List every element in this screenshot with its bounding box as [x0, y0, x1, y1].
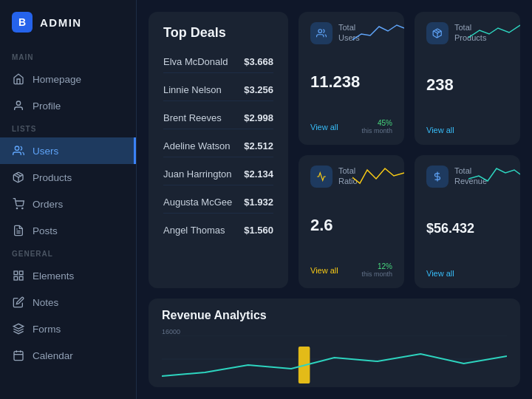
user-icon — [12, 99, 25, 112]
logo-icon: B — [12, 12, 33, 33]
chart-area: 16000 — [162, 328, 507, 380]
revenue-title: Revenue Analytics — [162, 309, 507, 322]
sidebar-item-profile[interactable]: Profile — [0, 92, 136, 119]
stat-card-revenue: TotalRevenue $56.432 View all — [415, 155, 520, 288]
stat-header-ratio: TotalRatio — [310, 166, 392, 188]
deal-name-0: Elva McDonald — [163, 56, 228, 67]
svg-point-4 — [16, 208, 17, 208]
deal-value-0: $3.668 — [244, 56, 273, 67]
deal-row-0: Elva McDonald $3.668 — [163, 51, 273, 73]
top-deals-card: Top Deals Elva McDonald $3.668 Linnie Ne… — [149, 12, 288, 288]
sidebar-item-users[interactable]: Users — [0, 137, 136, 164]
deal-row-3: Adeline Watson $2.512 — [163, 135, 273, 157]
svg-rect-11 — [14, 276, 18, 280]
deal-name-6: Angel Thomas — [163, 225, 225, 236]
svg-marker-12 — [13, 324, 23, 329]
svg-rect-13 — [14, 352, 23, 361]
sidebar-item-label: Profile — [33, 100, 61, 112]
users-stat-icon — [310, 22, 332, 44]
revenue-analytics-card: Revenue Analytics 16000 — [149, 299, 520, 387]
svg-line-2 — [16, 174, 21, 176]
top-content-row: Top Deals Elva McDonald $3.668 Linnie Ne… — [149, 12, 520, 288]
section-label-main: MAIN — [0, 47, 136, 66]
svg-rect-9 — [19, 271, 23, 275]
change-label-users: this month — [361, 127, 392, 134]
stat-value-revenue: $56.432 — [426, 221, 508, 236]
section-label-lists: LISTS — [0, 119, 136, 137]
sparkline-ratio — [352, 163, 404, 188]
cart-icon — [12, 197, 25, 211]
deal-name-4: Juan Harrington — [163, 168, 232, 180]
revenue-chart — [162, 335, 507, 383]
view-all-revenue[interactable]: View all — [426, 269, 454, 278]
deal-name-1: Linnie Nelson — [163, 84, 222, 95]
svg-point-0 — [16, 101, 20, 105]
products-stat-icon — [426, 22, 449, 44]
deal-value-1: $3.256 — [244, 84, 273, 95]
calendar-icon — [12, 349, 25, 362]
stat-value-products: 238 — [426, 75, 508, 95]
sidebar-item-calendar[interactable]: Calendar — [0, 342, 136, 369]
svg-line-18 — [435, 30, 439, 32]
stats-row-1: TotalUsers 11.238 View all 45% this mont… — [299, 12, 520, 145]
sidebar-item-forms[interactable]: Forms — [0, 316, 136, 342]
change-pct-ratio: 12% — [361, 262, 392, 270]
deal-name-5: Augusta McGee — [163, 197, 232, 208]
sidebar-item-products[interactable]: Products — [0, 164, 136, 191]
stat-card-users: TotalUsers 11.238 View all 45% this mont… — [299, 12, 404, 145]
sidebar-item-homepage[interactable]: Homepage — [0, 66, 136, 92]
stat-footer-ratio: View all 12% this month — [310, 262, 392, 278]
view-all-ratio[interactable]: View all — [310, 266, 338, 275]
deal-value-4: $2.134 — [244, 168, 273, 180]
deal-name-2: Brent Reeves — [163, 112, 222, 123]
deal-row-2: Brent Reeves $2.998 — [163, 107, 273, 129]
sidebar-item-orders[interactable]: Orders — [0, 191, 136, 217]
ratio-stat-icon — [310, 166, 332, 188]
deal-row-1: Linnie Nelson $3.256 — [163, 79, 273, 101]
stat-card-ratio: TotalRatio 2.6 View all 12% this month — [299, 155, 404, 288]
sidebar-item-posts[interactable]: Posts — [0, 217, 136, 244]
sidebar-item-label: Users — [33, 146, 58, 157]
sidebar-item-notes[interactable]: Notes — [0, 289, 136, 316]
svg-point-5 — [22, 208, 23, 208]
svg-point-17 — [318, 30, 322, 33]
view-all-products[interactable]: View all — [426, 126, 454, 134]
grid-icon — [12, 269, 25, 282]
package-icon — [12, 171, 25, 184]
main-content: Top Deals Elva McDonald $3.668 Linnie Ne… — [137, 0, 532, 399]
revenue-stat-icon — [426, 166, 449, 188]
stat-header-users: TotalUsers — [310, 22, 392, 44]
home-icon — [12, 72, 25, 86]
deal-value-6: $1.560 — [244, 225, 273, 236]
sidebar-item-label: Posts — [33, 225, 58, 236]
logo-area: B ADMIN — [0, 12, 136, 47]
sparkline-revenue — [468, 163, 520, 188]
sidebar-item-label: Homepage — [33, 74, 81, 85]
stat-footer-products: View all — [426, 126, 508, 134]
users-icon — [12, 144, 25, 157]
layers-icon — [12, 322, 25, 335]
posts-icon — [12, 224, 25, 237]
top-deals-title: Top Deals — [163, 25, 273, 41]
stats-grid: TotalUsers 11.238 View all 45% this mont… — [299, 12, 520, 288]
sidebar-item-label: Forms — [33, 324, 61, 335]
sparkline-products — [468, 19, 520, 45]
chart-y-label: 16000 — [162, 328, 180, 335]
stat-footer-revenue: View all — [426, 269, 508, 278]
sidebar-item-elements[interactable]: Elements — [0, 262, 136, 289]
stat-value-ratio: 2.6 — [310, 216, 392, 235]
sidebar-item-label: Notes — [33, 297, 58, 308]
deal-name-3: Adeline Watson — [163, 140, 231, 151]
view-all-users[interactable]: View all — [310, 123, 338, 132]
sparkline-users — [352, 19, 404, 45]
stats-row-2: TotalRatio 2.6 View all 12% this month — [299, 155, 520, 288]
stat-card-products: TotalProducts 238 View all — [415, 12, 520, 145]
sidebar-item-label: Elements — [33, 270, 74, 282]
svg-point-1 — [15, 146, 18, 150]
sidebar: B ADMIN MAIN Homepage Profile LISTS — [0, 0, 137, 399]
sidebar-item-label: Products — [33, 172, 72, 183]
section-label-general: GENERAL — [0, 244, 136, 262]
deal-row-5: Augusta McGee $1.932 — [163, 191, 273, 214]
change-label-ratio: this month — [361, 270, 392, 278]
bottom-content-row: Revenue Analytics 16000 — [149, 299, 520, 387]
